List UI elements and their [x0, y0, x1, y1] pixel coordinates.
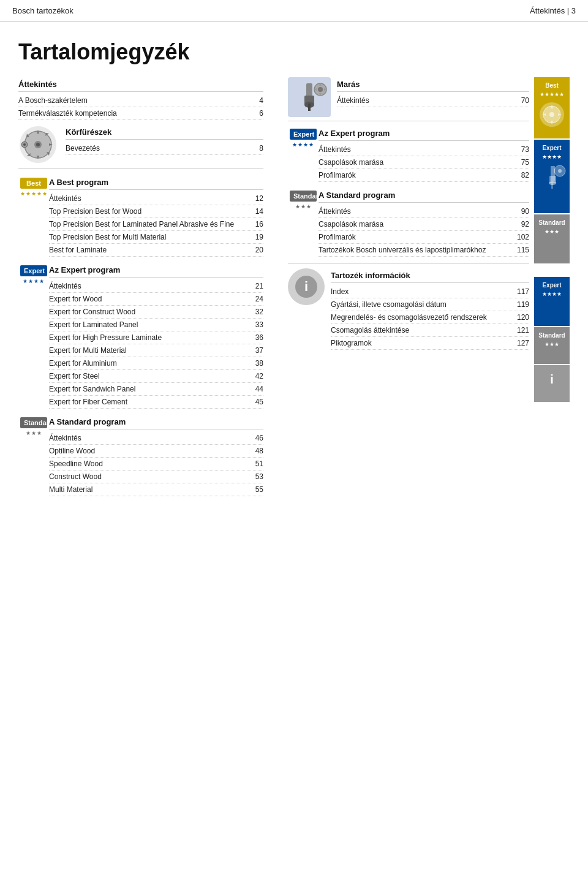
toc-label: Best for Laminate [49, 246, 245, 254]
toc-label: Multi Material [49, 485, 245, 494]
toc-page: 12 [245, 194, 263, 203]
toc-entry: Index 117 [331, 285, 529, 298]
toc-entry: Multi Material 55 [49, 483, 263, 496]
standard-program-section: Standard ★★★ A Standard program Áttekint… [18, 415, 263, 496]
toc-label: Áttekintés [318, 145, 511, 154]
toc-label: Csomagolás áttekintése [331, 326, 511, 335]
tartozek-section: i Tartozék információk Index 117 Gyártás… [288, 268, 529, 350]
sidebar-standard-block-2: Standard ★★★ [534, 327, 570, 364]
toc-entry: Termékválaszték kompetencia 6 [18, 107, 263, 120]
expert-badge: Expert ★★★★ [18, 263, 49, 409]
expert-maras-title: Az Expert program [318, 129, 529, 141]
korfurezek-content: Körfürészek Bevezetés 8 [66, 125, 263, 155]
page-header: Bosch tartozékok Áttekintés | 3 [0, 0, 588, 22]
toc-page: 33 [245, 320, 263, 329]
maras-section: Marás Áttekintés 70 [288, 77, 529, 121]
attekintes-title: Áttekintés [18, 80, 263, 92]
standard-maras-section: Standard ★★★ A Standard program Áttekint… [288, 188, 529, 257]
toc-page: 8 [245, 144, 263, 153]
toc-page: 16 [245, 220, 263, 229]
toc-label: Expert for Construct Wood [49, 308, 245, 316]
toc-entry: Expert for Steel 42 [49, 370, 263, 383]
standard-stars: ★★★ [295, 203, 312, 210]
toc-entry: Profilmarók 102 [318, 231, 529, 244]
toc-label: Expert for Sandwich Panel [49, 385, 245, 393]
info-icon: i [288, 268, 325, 305]
toc-page: 102 [511, 233, 529, 241]
toc-label: Áttekintés [337, 96, 511, 105]
toc-label: Construct Wood [49, 472, 245, 481]
toc-page: 44 [245, 385, 263, 393]
toc-label: Expert for Wood [49, 295, 245, 303]
toc-page: 6 [245, 109, 263, 118]
maras-image [288, 77, 331, 117]
right-main-content: Marás Áttekintés 70 Expert ★★★★ Az Exp [288, 77, 529, 402]
toc-label: Optiline Wood [49, 447, 245, 455]
right-sidebar-blocks: Best ★★★★★ [534, 77, 570, 402]
standard-stars: ★★★ [26, 430, 42, 436]
toc-page: 119 [511, 300, 529, 309]
svg-point-13 [23, 143, 26, 146]
expert-maras-section: Expert ★★★★ Az Expert program Áttekintés… [288, 126, 529, 182]
expert-program-section: Expert ★★★★ Az Expert program Áttekintés… [18, 263, 263, 409]
standard-badge: Standard ★★★ [18, 415, 49, 496]
best-program-section: Best ★★★★★ A Best program Áttekintés 12 … [18, 175, 263, 257]
toc-entry: Csomagolás áttekintése 121 [331, 324, 529, 337]
standard-maras-content: A Standard program Áttekintés 90 Csapolá… [318, 188, 529, 257]
toc-page: 45 [245, 398, 263, 406]
standard-label: Standard [20, 417, 47, 428]
main-content: Áttekintés A Bosch-szakértelem 4 Termékv… [0, 77, 588, 502]
tartozek-title: Tartozék információk [331, 271, 529, 283]
toc-entry: Expert for Fiber Cement 45 [49, 396, 263, 409]
svg-text:i: i [304, 279, 308, 294]
toc-entry: Top Precision Best for Wood 14 [49, 205, 263, 218]
toc-entry: Expert for High Pressure Laminate 36 [49, 331, 263, 344]
toc-entry: Expert for Laminated Panel 33 [49, 319, 263, 331]
sidebar-expert-label-2: Expert [542, 282, 561, 289]
toc-entry: Speedline Wood 51 [49, 458, 263, 471]
toc-page: 117 [511, 287, 529, 296]
toc-label: Piktogramok [331, 339, 511, 347]
toc-entry: Profilmarók 82 [318, 169, 529, 182]
sidebar-best-block: Best ★★★★★ [534, 77, 570, 138]
standard-program-title: A Standard program [49, 417, 263, 429]
toc-page: 37 [245, 346, 263, 355]
toc-label: Top Precision Best for Laminated Panel A… [49, 220, 245, 229]
attekintes-section: Áttekintés A Bosch-szakértelem 4 Termékv… [18, 80, 263, 120]
toc-entry: Áttekintés 21 [49, 280, 263, 293]
toc-label: Expert for Fiber Cement [49, 398, 245, 406]
standard-label: Standard [290, 191, 317, 202]
sidebar-standard-stars-2: ★★★ [545, 341, 559, 347]
svg-rect-17 [308, 104, 311, 111]
toc-page: 120 [511, 313, 529, 322]
toc-label: Speedline Wood [49, 459, 245, 468]
toc-label: Top Precision Best for Multi Material [49, 233, 245, 241]
korfurezek-title: Körfürészek [66, 127, 263, 140]
svg-point-34 [558, 169, 562, 173]
toc-page: 121 [511, 326, 529, 335]
toc-entry: Expert for Multi Material 37 [49, 344, 263, 357]
standard-badge-maras: Standard ★★★ [288, 188, 318, 257]
toc-page: 36 [245, 333, 263, 342]
toc-label: Top Precision Best for Wood [49, 207, 245, 216]
svg-point-19 [318, 87, 323, 92]
toc-label: Gyártási, illetve csomagolási dátum [331, 300, 511, 309]
toc-entry: Megrendelés- és csomagolásvezető rendsze… [331, 311, 529, 324]
sidebar-best-stars: ★★★★★ [540, 91, 564, 97]
toc-label: Expert for High Pressure Laminate [49, 333, 245, 342]
toc-page: 21 [245, 282, 263, 290]
toc-page: 73 [511, 145, 529, 154]
toc-page: 70 [511, 96, 529, 105]
toc-label: Csapolások marása [318, 158, 511, 167]
toc-label: Tartozékok Bosch univerzális és lapostip… [318, 246, 511, 254]
toc-page: 51 [245, 459, 263, 468]
sidebar-expert-block: Expert ★★★★ [534, 140, 570, 213]
toc-page: 46 [245, 434, 263, 442]
best-program-title: A Best program [49, 178, 263, 190]
toc-entry: Csapolások marása 75 [318, 156, 529, 169]
toc-entry: Tartozékok Bosch univerzális és lapostip… [318, 244, 529, 257]
toc-page: 75 [511, 158, 529, 167]
toc-entry: A Bosch-szakértelem 4 [18, 94, 263, 107]
toc-entry: Top Precision Best for Multi Material 19 [49, 231, 263, 244]
toc-label: Áttekintés [318, 207, 511, 216]
